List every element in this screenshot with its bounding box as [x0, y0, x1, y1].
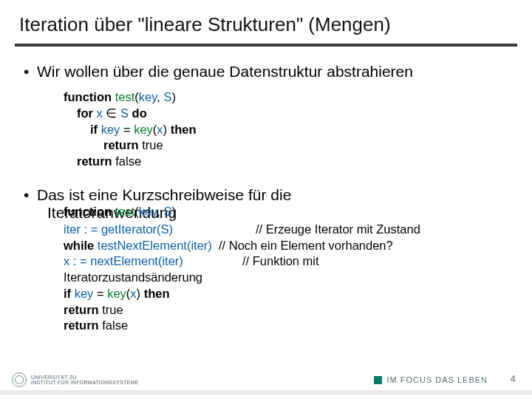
code1-line3: if key = key(x) then — [64, 122, 508, 138]
bullet-1-text: Wir wollen über die genaue Datenstruktur… — [37, 63, 508, 81]
focus-square-icon — [374, 376, 382, 384]
footer: UNIVERSITÄT ZU INSTITUT FÜR INFORMATIONS… — [0, 368, 532, 395]
code2-line2: while testNextElement(iter) // Noch ein … — [64, 238, 508, 254]
code1-line1: function test(key, S) — [64, 89, 508, 106]
code2-line3: x : = nextElement(iter)// Funktion mit — [64, 253, 508, 270]
university-line1: UNIVERSITÄT ZU — [31, 375, 139, 380]
university-seal-icon — [12, 372, 27, 387]
bullet-dot-icon: • — [24, 186, 37, 204]
focus-branding: IM FOCUS DAS LEBEN — [374, 375, 488, 384]
university-line2: INSTITUT FÜR INFORMATIONSSYSTEME — [31, 380, 139, 385]
code2-line0: function test(key, S) — [64, 205, 176, 219]
code-block-2: iter : = getIterator(S)// Erzeuge Iterat… — [64, 222, 508, 334]
slide-body: • Wir wollen über die genaue Datenstrukt… — [15, 63, 517, 334]
bullet-2: • Das ist eine Kurzschreibweise für die — [24, 186, 508, 204]
overlap-region: Iteratoranwendung function test(key, S) — [34, 204, 508, 222]
code2-line3b: Iteratorzustandsänderung — [64, 270, 508, 286]
focus-label: IM FOCUS DAS LEBEN — [386, 375, 488, 384]
code1-line5: return false — [64, 154, 508, 170]
bullet-dot-icon: • — [24, 63, 37, 81]
university-branding: UNIVERSITÄT ZU INSTITUT FÜR INFORMATIONS… — [12, 372, 139, 387]
code1-line4: return true — [64, 137, 508, 154]
page-number: 4 — [511, 373, 516, 384]
code1-line2: for x ∈ S do — [64, 106, 508, 122]
code2-line6: return false — [64, 318, 508, 334]
footer-bar — [0, 390, 532, 395]
code-block-1: function test(key, S) for x ∈ S do if ke… — [64, 89, 508, 170]
title-rule — [15, 44, 517, 47]
code2-line1: iter : = getIterator(S)// Erzeuge Iterat… — [64, 222, 508, 238]
bullet-2-text: Das ist eine Kurzschreibweise für die — [37, 186, 508, 204]
code2-line4: if key = key(x) then — [64, 286, 508, 302]
code2-line5: return true — [64, 302, 508, 318]
slide: Iteration über "lineare Strukturen" (Men… — [0, 0, 532, 399]
slide-title: Iteration über "lineare Strukturen" (Men… — [19, 13, 517, 36]
bullet-1: • Wir wollen über die genaue Datenstrukt… — [24, 63, 508, 81]
